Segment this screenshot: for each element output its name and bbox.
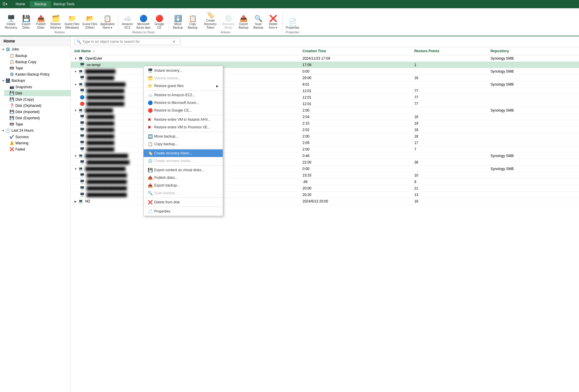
cell-creation: 17:09 xyxy=(300,62,411,68)
ribbon-application-items[interactable]: 📋 ApplicationItems ▾ xyxy=(99,15,116,30)
ribbon-create-recovery-token[interactable]: 🏷️ CreateRecovery Token xyxy=(200,11,220,30)
search-input-wrap[interactable]: 🔍 ✕ xyxy=(74,38,181,45)
table-row[interactable]: ▼ 💻 OpenEuler 2024/11/23 17:09 Synology … xyxy=(71,55,579,62)
row-expander[interactable]: ▼ xyxy=(74,83,77,86)
ribbon-microsoft-azure[interactable]: 🔵 MicrosoftAzure Iaas xyxy=(135,15,152,30)
ribbon-properties[interactable]: 📄 Properties xyxy=(284,18,300,30)
title-bar-title: Backup Tools xyxy=(53,2,74,6)
search-bar: 🔍 ✕ xyxy=(71,36,579,47)
ribbon-google-ce[interactable]: 🔴 GoogleCE xyxy=(152,15,166,30)
sidebar-item-disk[interactable]: 💾 Disk xyxy=(4,90,71,96)
tab-backup[interactable]: Backup xyxy=(30,1,51,7)
cm-export-backup[interactable]: 📤 Export backup... xyxy=(144,182,223,189)
kasten-icon: ⚙️ xyxy=(9,72,14,76)
row-vm-icon: 🖥️ xyxy=(80,134,84,138)
cm-export-virtual-disks[interactable]: 💾 Export content as virtual disks... xyxy=(144,166,223,174)
row-expander[interactable]: ▼ xyxy=(74,57,77,60)
row-expander[interactable]: ▶ xyxy=(74,200,77,203)
sidebar-item-backup-copy[interactable]: 📋 Backup Copy xyxy=(4,59,71,65)
sidebar-item-disk-copy[interactable]: 💾 Disk (Copy) xyxy=(4,96,71,102)
properties-icon: 📄 xyxy=(289,19,297,25)
cm-restore-azure[interactable]: 🔵 Restore to Microsoft Azure... xyxy=(144,99,223,107)
cm-properties[interactable]: 📄 Properties xyxy=(144,208,223,215)
disk-orphaned-label: Disk (Orphaned) xyxy=(15,104,41,108)
cm-restore-nutanix[interactable]: ✖ Restore entire VM to Nutanix AHV... xyxy=(144,116,223,123)
ribbon-guest-files-other[interactable]: 📂 Guest Files(Other) xyxy=(81,15,99,30)
col-header-jobname[interactable]: Job Name ↓ xyxy=(71,47,300,55)
sidebar-item-tape2[interactable]: 📼 Tape xyxy=(4,121,71,127)
row-expander[interactable]: ▼ xyxy=(74,109,77,112)
cm-publish-disks-icon: 📤 xyxy=(148,175,154,180)
cell-restore: 77 xyxy=(411,101,487,107)
sidebar-item-backups[interactable]: ▼ 🗄️ Backups xyxy=(0,77,71,84)
cm-instant-recovery[interactable]: 🖥️ Instant recovery... xyxy=(144,67,223,74)
failed-label: Failed xyxy=(15,147,25,151)
cm-scan-backup: 🔍 Scan backup... xyxy=(144,189,223,197)
cm-move-backup[interactable]: ➡️ Move backup... xyxy=(144,133,223,140)
guest-files-win-label: Guest Files(Windows) xyxy=(64,22,79,30)
col-header-repo[interactable]: Repository xyxy=(487,47,579,55)
ribbon-publish-disks[interactable]: 📤 PublishDisks xyxy=(34,15,48,30)
cell-restore: 17 xyxy=(411,140,487,146)
ribbon-delete-from[interactable]: ❌ Deletefrom ▾ xyxy=(266,15,280,30)
backups-icon: 🗄️ xyxy=(5,78,10,83)
search-input[interactable] xyxy=(82,40,171,44)
sidebar-item-kasten[interactable]: ⚙️ Kasten Backup Policy xyxy=(4,71,71,77)
ribbon-instant-recovery[interactable]: 🖥️ InstantRecovery xyxy=(4,15,18,30)
ribbon-recovery-media[interactable]: 💿 RecoveryMedia xyxy=(221,15,236,30)
menu-button[interactable]: ☰▾ xyxy=(2,2,7,6)
cell-repo xyxy=(487,198,579,205)
sidebar-item-jobs[interactable]: ▼ ⚙️ Jobs xyxy=(0,46,71,53)
cm-delete-from-disk[interactable]: ❌ Delete from disk xyxy=(144,198,223,206)
search-clear-button[interactable]: ✕ xyxy=(172,39,176,44)
guest-files-win-icon: 📁 xyxy=(68,15,76,22)
col-header-creation[interactable]: Creation Time xyxy=(300,47,411,55)
cm-restore-proxmox[interactable]: ✖ Restore entire VM to Proxmox VE... xyxy=(144,123,223,131)
cm-publish-disks[interactable]: 📤 Publish disks... xyxy=(144,174,223,182)
sidebar-item-disk-orphaned[interactable]: ❓ Disk (Orphaned) xyxy=(4,102,71,109)
row-name-blurred: ███████████████ xyxy=(87,102,124,106)
ribbon-copy-backup[interactable]: 📋 CopyBackup xyxy=(186,15,200,30)
cm-create-recovery-token[interactable]: 🏷️ Create recovery token... xyxy=(144,149,223,157)
cm-volume-restore: 🗂️ Volume restore... xyxy=(144,74,223,82)
ribbon-export-disks[interactable]: 💾 ExportDisks xyxy=(19,15,33,30)
sidebar-item-failed[interactable]: ❌ Failed xyxy=(4,146,71,152)
row-expander[interactable]: ▼ xyxy=(74,70,77,73)
cm-properties-label: Properties xyxy=(154,209,170,213)
ribbon-group-restore-items: 🖥️ InstantRecovery 💾 ExportDisks 📤 Publi… xyxy=(4,15,116,30)
cm-restore-nutanix-icon: ✖ xyxy=(148,117,154,122)
sidebar-item-disk-exported[interactable]: 💾 Disk (Exported) xyxy=(4,115,71,121)
sidebar-item-last24[interactable]: ▼ 🕐 Last 24 Hours xyxy=(0,127,71,134)
cm-restore-guest-files[interactable]: 📁 Restore guest files ▶ xyxy=(144,82,223,90)
row-vm-icon: 💻 xyxy=(78,69,83,74)
sidebar-item-backup[interactable]: 📋 Backup xyxy=(4,53,71,59)
ribbon-amazon-ec2[interactable]: ☁️ AmazonEC2 xyxy=(120,15,134,30)
sidebar-item-tape[interactable]: 📼 Tape xyxy=(4,65,71,71)
cell-creation: 0:46 xyxy=(300,153,411,159)
tab-home[interactable]: Home xyxy=(11,1,30,7)
cm-export-backup-icon: 📤 xyxy=(148,183,154,188)
ribbon-move-backup[interactable]: ⬇️ MoveBackup xyxy=(171,15,185,30)
row-expander[interactable]: ▼ xyxy=(74,154,77,158)
row-expander[interactable]: ▼ xyxy=(74,167,77,171)
row-vm-icon: 💻 xyxy=(78,82,83,86)
ribbon-scan-backup[interactable]: 🔍 ScanBackup xyxy=(251,15,265,30)
col-jobname-label: Job Name xyxy=(74,49,91,53)
ribbon-export-backup[interactable]: 📤 ExportBackup xyxy=(236,15,251,30)
ribbon-group-actions-items: ⬇️ MoveBackup 📋 CopyBackup 🏷️ CreateReco… xyxy=(171,11,280,30)
cell-repo xyxy=(487,140,579,146)
ribbon-restore-volumes[interactable]: 🗂️ RestoreVolumes xyxy=(48,15,63,30)
success-label: Success xyxy=(15,135,29,139)
cm-copy-backup[interactable]: 📋 Copy backup... xyxy=(144,140,223,148)
cm-restore-amazon[interactable]: ☁️ Restore to Amazon EC2... xyxy=(144,91,223,99)
cell-repo: Synology SMB xyxy=(487,166,579,172)
sidebar-item-disk-imported[interactable]: 💾 Disk (Imported) xyxy=(4,109,71,115)
sidebar-item-warning[interactable]: ⚠️ Warning xyxy=(4,140,71,146)
ribbon-guest-files-win[interactable]: 📁 Guest Files(Windows) xyxy=(63,15,81,30)
sidebar-item-success[interactable]: ✔️ Success xyxy=(4,134,71,140)
col-header-restore[interactable]: Restore Points xyxy=(411,47,487,55)
cell-repo xyxy=(487,120,579,127)
cm-restore-google[interactable]: 🔴 Restore to Google CE... xyxy=(144,107,223,114)
sidebar-item-snapshots[interactable]: 📷 Snapshots xyxy=(4,84,71,90)
disk-label: Disk xyxy=(15,91,22,95)
